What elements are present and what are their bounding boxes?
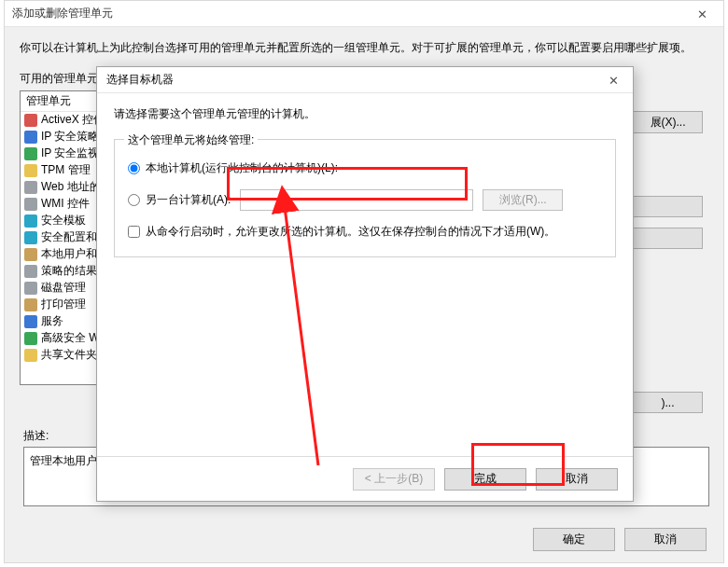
list-item[interactable]: WMI 控件 <box>21 196 98 213</box>
list-item[interactable]: 打印管理 <box>21 297 98 313</box>
snapin-icon <box>24 265 37 278</box>
wizard-body: 请选择需要这个管理单元管理的计算机。 这个管理单元将始终管理: 本地计算机(运行… <box>97 93 633 456</box>
bg-titlebar: 添加或删除管理单元 ✕ <box>5 1 723 27</box>
bg-intro-text: 你可以在计算机上为此控制台选择可用的管理单元并配置所选的一组管理单元。对于可扩展… <box>20 40 708 56</box>
other-computer-label: 另一台计算机(A): <box>146 192 231 208</box>
snapin-icon <box>24 214 37 228</box>
snapin-icon <box>24 332 37 345</box>
browse-button[interactable]: 浏览(R)... <box>483 189 563 211</box>
wizard-titlebar: 选择目标机器 ✕ <box>97 67 633 93</box>
snapin-icon <box>24 282 37 295</box>
cancel-button[interactable]: 取消 <box>624 528 707 551</box>
other-computer-row: 另一台计算机(A): 浏览(R)... <box>128 189 602 211</box>
other-computer-input[interactable] <box>240 189 473 211</box>
snapin-icon <box>24 231 37 244</box>
close-icon: ✕ <box>697 7 707 21</box>
list-item[interactable]: TPM 管理 <box>21 162 98 179</box>
snapin-icon <box>24 131 37 144</box>
list-item[interactable]: 本地用户和组 <box>21 246 98 263</box>
available-snapins-label: 可用的管理单元( <box>20 71 102 87</box>
bg-dialog-buttons: 确定 取消 <box>533 528 707 551</box>
snapin-icon <box>24 114 37 127</box>
snapin-icon <box>24 298 37 311</box>
wizard-cancel-button[interactable]: 取消 <box>536 468 618 491</box>
local-computer-radio-row[interactable]: 本地计算机(运行此控制台的计算机)(L): <box>128 160 602 176</box>
list-item[interactable]: IP 安全监视 <box>21 145 98 162</box>
wizard-title: 选择目标机器 <box>106 72 174 88</box>
advanced-button[interactable]: )... <box>633 392 703 419</box>
back-button[interactable]: < 上一步(B) <box>353 468 435 491</box>
extensions-button[interactable]: 展(X)... <box>633 111 703 139</box>
allow-change-checkbox[interactable] <box>128 226 140 238</box>
other-computer-radio[interactable] <box>128 194 140 206</box>
group-title: 这个管理单元将始终管理: <box>124 132 258 148</box>
list-item[interactable]: IP 安全策略 <box>21 129 98 145</box>
allow-change-checkbox-row[interactable]: 从命令行启动时，允许更改所选的计算机。这仅在保存控制台的情况下才适用(W)。 <box>128 224 602 240</box>
bg-close-button[interactable]: ✕ <box>681 1 723 27</box>
list-items: ActiveX 控件 IP 安全策略 IP 安全监视 TPM 管理 Web 地址… <box>21 112 98 364</box>
snapin-icon <box>24 164 37 177</box>
list-item[interactable]: ActiveX 控件 <box>21 112 98 129</box>
list-item[interactable]: 高级安全 W <box>21 330 98 347</box>
edit-button-1[interactable] <box>633 196 703 223</box>
description-label: 描述: <box>23 428 49 444</box>
snapin-icon <box>24 315 37 328</box>
select-target-computer-wizard: 选择目标机器 ✕ 请选择需要这个管理单元管理的计算机。 这个管理单元将始终管理:… <box>96 66 634 502</box>
bg-title: 添加或删除管理单元 <box>12 6 113 21</box>
list-item[interactable]: Web 地址的 <box>21 179 98 196</box>
edit-button-2[interactable] <box>633 228 703 255</box>
list-item[interactable]: 安全模板 <box>21 213 98 229</box>
local-computer-radio[interactable] <box>128 162 140 174</box>
list-item[interactable]: 策略的结果 <box>21 263 98 280</box>
ok-button[interactable]: 确定 <box>533 528 615 551</box>
other-computer-radio-row[interactable]: 另一台计算机(A): <box>128 192 231 208</box>
snapin-icon <box>24 349 37 362</box>
available-snapins-list[interactable]: 管理单元 ActiveX 控件 IP 安全策略 IP 安全监视 TPM 管理 W… <box>20 90 99 385</box>
local-computer-label: 本地计算机(运行此控制台的计算机)(L): <box>146 160 338 176</box>
snapin-icon <box>24 198 37 211</box>
wizard-button-bar: < 上一步(B) 完成 取消 <box>97 456 633 501</box>
close-icon: ✕ <box>609 74 619 88</box>
wizard-close-button[interactable]: ✕ <box>594 67 633 93</box>
snapin-icon <box>24 147 37 160</box>
list-column-header[interactable]: 管理单元 <box>21 91 98 112</box>
wizard-instruction: 请选择需要这个管理单元管理的计算机。 <box>114 106 616 122</box>
target-computer-group: 这个管理单元将始终管理: 本地计算机(运行此控制台的计算机)(L): 另一台计算… <box>114 139 616 257</box>
list-item[interactable]: 共享文件夹 <box>21 347 98 364</box>
finish-button[interactable]: 完成 <box>444 468 526 491</box>
snapin-icon <box>24 248 37 261</box>
allow-change-label: 从命令行启动时，允许更改所选的计算机。这仅在保存控制台的情况下才适用(W)。 <box>146 224 555 240</box>
list-item[interactable]: 安全配置和分 <box>21 229 98 246</box>
snapin-icon <box>24 181 37 194</box>
list-item[interactable]: 磁盘管理 <box>21 280 98 297</box>
list-item[interactable]: 服务 <box>21 313 98 330</box>
